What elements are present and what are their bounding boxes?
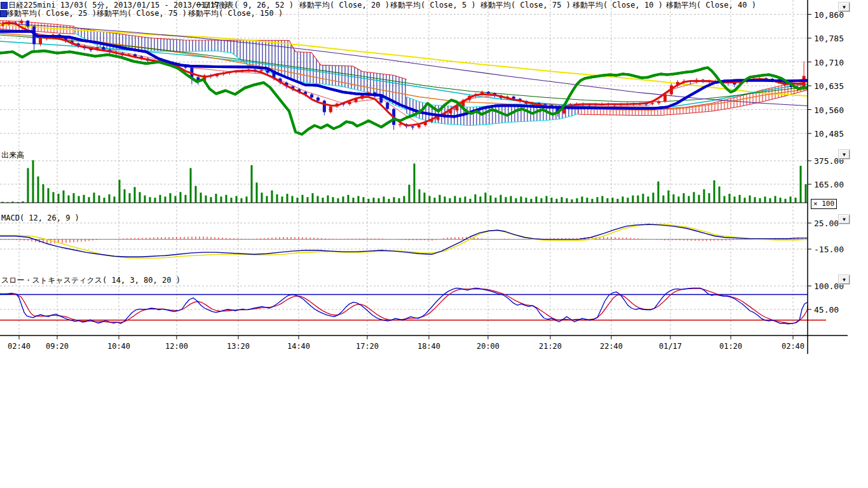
macd-panel-dropdown-button[interactable]: ▼: [839, 215, 850, 224]
volume-bar: [236, 196, 238, 203]
volume-bar: [210, 197, 212, 203]
volume-bar: [764, 196, 766, 203]
candle-body: [417, 125, 421, 128]
volume-panel-dropdown-button[interactable]: ▼: [839, 150, 850, 159]
volume-bar: [58, 194, 60, 203]
legend-ma-close-25[interactable]: 移動平均( Close, 25 ): [6, 10, 97, 18]
volume-bar: [495, 198, 497, 203]
volume-bar: [251, 165, 253, 203]
legend-ma-close-10[interactable]: 移動平均( Close, 10 ): [573, 1, 663, 10]
volume-bar: [403, 196, 405, 203]
volume-bar: [271, 191, 273, 203]
volume-bar: [200, 193, 202, 203]
volume-bar: [490, 196, 492, 203]
candle-body: [260, 71, 263, 72]
volume-bar: [800, 166, 802, 203]
volume-bar: [678, 196, 680, 203]
price-axis-label: 10,785: [814, 34, 844, 43]
candle-body: [329, 107, 332, 112]
time-axis-label: 12:00: [165, 342, 188, 351]
time-axis-label: 18:40: [417, 342, 440, 351]
volume-bar: [444, 196, 446, 203]
time-axis-label: 22:40: [600, 342, 623, 351]
candle-body: [651, 104, 654, 105]
volume-bar: [220, 196, 222, 203]
candle-body: [1, 25, 4, 26]
volume-bar: [353, 198, 355, 203]
volume-bar: [88, 197, 90, 203]
volume-bar: [32, 160, 34, 203]
volume-bar: [195, 186, 197, 203]
time-axis-label: 01:20: [719, 342, 742, 351]
legend-ma-close-5[interactable]: 移動平均( Close, 5 ): [390, 1, 476, 10]
volume-bar: [576, 198, 578, 203]
candle-body: [487, 92, 490, 94]
candle-body: [26, 21, 29, 27]
volume-bar: [205, 196, 207, 203]
candle-body: [20, 21, 23, 24]
volume-bar: [668, 191, 670, 203]
volume-bar: [398, 198, 400, 203]
candle-body: [316, 98, 320, 101]
volume-bar: [215, 194, 217, 203]
volume-bar: [48, 188, 50, 203]
volume-bar: [93, 193, 95, 203]
volume-bar: [475, 194, 477, 203]
volume-bar: [27, 168, 29, 203]
volume-bar: [510, 196, 512, 203]
legend-ma-close-40[interactable]: 移動平均( Close, 40 ): [666, 1, 756, 10]
volume-bar: [465, 196, 466, 203]
legend-ma-close-75b[interactable]: 移動平均( Close, 75 ): [97, 10, 187, 18]
legend-ma-close-20[interactable]: 移動平均( Close, 20 ): [299, 1, 390, 10]
volume-bar: [246, 196, 248, 203]
candle-body: [398, 125, 402, 126]
volume-bar: [780, 198, 782, 203]
volume-bar: [378, 198, 380, 203]
instrument-icon: [1, 2, 8, 9]
volume-bar: [485, 193, 487, 203]
volume-bar: [429, 196, 431, 203]
volume-bar: [673, 194, 675, 203]
volume-bar: [607, 198, 609, 203]
volume-bar: [587, 198, 588, 203]
volume-bar: [175, 196, 177, 203]
volume-bar: [124, 189, 126, 203]
volume-bar: [693, 192, 695, 203]
macd-signal-line: [0, 224, 808, 258]
volume-bar: [266, 196, 268, 203]
volume-bar: [449, 198, 451, 203]
macd-panel-label: MACD( 12, 26, 9 ): [1, 214, 79, 222]
candle-body: [39, 37, 42, 44]
candle-body: [386, 103, 389, 109]
stoch-axis-label: 45.00: [814, 305, 839, 315]
volume-bar: [170, 193, 172, 203]
volume-bar: [688, 196, 690, 203]
time-axis-label: 09:20: [46, 342, 69, 351]
price-panel-dropdown-button[interactable]: ▼: [839, 3, 850, 11]
volume-bar: [566, 198, 568, 203]
volume-bar: [724, 196, 726, 203]
price-axis-label: 10,485: [814, 129, 844, 139]
span-purple: [0, 24, 808, 106]
legend-ma-close-75[interactable]: 移動平均( Close, 75 ): [480, 1, 571, 10]
volume-bar: [703, 189, 705, 203]
chart-canvas: [0, 0, 868, 488]
volume-bar: [785, 199, 787, 203]
volume-bar: [393, 197, 395, 203]
volume-bar: [312, 193, 314, 203]
volume-bar: [790, 196, 792, 203]
volume-bar: [302, 195, 304, 203]
candle-body: [411, 126, 414, 128]
volume-bar: [281, 196, 283, 203]
volume-bar: [612, 198, 614, 203]
volume-bar: [185, 195, 187, 203]
volume-bar: [561, 197, 563, 203]
volume-bar: [73, 193, 75, 203]
legend-ma-close-150[interactable]: 移動平均( Close, 150 ): [188, 10, 283, 18]
volume-bar: [307, 197, 309, 203]
time-axis-label: 17:20: [356, 342, 379, 351]
stoch-panel-dropdown-button[interactable]: ▼: [839, 275, 850, 284]
volume-bar: [363, 197, 365, 203]
volume-bar: [480, 196, 482, 203]
volume-bar: [632, 196, 634, 203]
